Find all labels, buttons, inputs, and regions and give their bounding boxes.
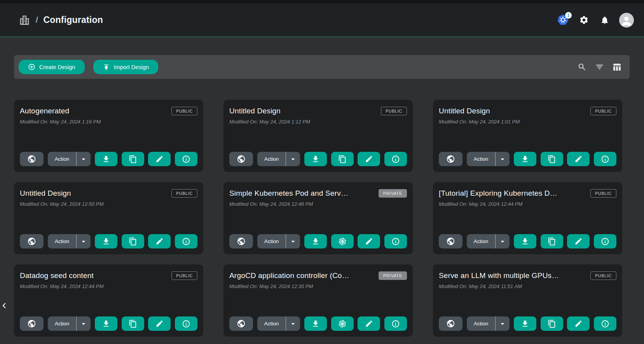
action-dropdown-button[interactable] <box>496 316 510 331</box>
action-split-button: Action <box>257 152 300 166</box>
clone-button[interactable] <box>541 152 563 166</box>
open-in-kanvas-button[interactable] <box>331 234 354 248</box>
action-dropdown-button[interactable] <box>496 152 510 166</box>
card-action-row: Action <box>20 152 197 166</box>
edit-button[interactable] <box>148 234 171 248</box>
info-button[interactable] <box>175 152 197 166</box>
card-header: Untitled Design PUBLIC <box>20 188 197 198</box>
download-button[interactable] <box>304 234 327 248</box>
profile-avatar-button[interactable] <box>619 13 634 28</box>
card-title: ArgoCD application controller (Co… <box>229 271 349 280</box>
action-button[interactable]: Action <box>48 152 77 166</box>
download-button[interactable] <box>514 316 536 331</box>
action-button[interactable]: Action <box>48 316 77 331</box>
download-button[interactable] <box>514 234 536 248</box>
info-icon <box>601 237 609 246</box>
edit-button[interactable] <box>567 316 590 331</box>
visibility-globe-button[interactable] <box>229 316 253 331</box>
download-button[interactable] <box>514 152 536 166</box>
info-button[interactable] <box>384 152 407 166</box>
action-button[interactable]: Action <box>257 152 286 166</box>
visibility-globe-button[interactable] <box>439 152 462 166</box>
info-button[interactable] <box>175 234 197 248</box>
clone-button[interactable] <box>122 316 144 331</box>
edit-button[interactable] <box>567 234 590 248</box>
context-count-badge: 1 <box>565 12 572 19</box>
search-button[interactable] <box>577 62 587 72</box>
action-button[interactable]: Action <box>467 152 496 166</box>
action-button[interactable]: Action <box>467 234 496 248</box>
clone-icon <box>129 237 137 246</box>
pencil-icon <box>574 155 583 163</box>
info-button[interactable] <box>594 234 616 248</box>
action-dropdown-button[interactable] <box>77 152 91 166</box>
clone-icon <box>548 155 556 163</box>
edit-button[interactable] <box>148 152 171 166</box>
clone-button[interactable] <box>122 152 144 166</box>
action-dropdown-button[interactable] <box>286 234 300 248</box>
toolbar-view-controls <box>577 62 622 72</box>
card-action-row: Action <box>439 234 616 248</box>
card-title: Untitled Design <box>20 188 71 198</box>
edit-button[interactable] <box>148 316 171 331</box>
edit-button[interactable] <box>567 152 590 166</box>
visibility-globe-button[interactable] <box>229 152 253 166</box>
globe-icon <box>446 319 455 328</box>
visibility-globe-button[interactable] <box>439 234 462 248</box>
download-icon <box>521 237 529 246</box>
info-button[interactable] <box>175 316 197 331</box>
edit-button[interactable] <box>358 234 380 248</box>
notifications-button[interactable] <box>598 14 611 27</box>
import-design-button[interactable]: Import Design <box>93 60 158 74</box>
download-button[interactable] <box>304 152 327 166</box>
action-dropdown-button[interactable] <box>286 316 300 331</box>
visibility-badge: PUBLIC <box>590 189 616 198</box>
clone-button[interactable] <box>541 316 563 331</box>
action-button[interactable]: Action <box>257 316 286 331</box>
person-icon <box>620 14 633 28</box>
open-in-kanvas-button[interactable] <box>331 316 354 331</box>
info-button[interactable] <box>384 316 407 331</box>
settings-button[interactable] <box>577 14 590 27</box>
download-icon <box>521 155 529 163</box>
page-title: Configuration <box>44 15 103 25</box>
publish-upload-icon <box>103 63 110 71</box>
clone-button[interactable] <box>541 234 563 248</box>
visibility-globe-button[interactable] <box>229 234 253 248</box>
visibility-globe-button[interactable] <box>20 316 44 331</box>
info-button[interactable] <box>384 234 407 248</box>
action-dropdown-button[interactable] <box>77 316 91 331</box>
collapse-sidebar-button[interactable] <box>0 300 9 311</box>
visibility-globe-button[interactable] <box>20 234 44 248</box>
import-design-label: Import Design <box>114 64 149 70</box>
card-modified-timestamp: Modified On: May 24, 2024 12:50 PM <box>20 201 197 207</box>
action-dropdown-button[interactable] <box>77 234 91 248</box>
kubernetes-context-button[interactable]: 1 <box>556 14 569 27</box>
edit-button[interactable] <box>358 152 380 166</box>
clone-button[interactable] <box>331 152 354 166</box>
info-button[interactable] <box>594 152 616 166</box>
action-button[interactable]: Action <box>257 234 286 248</box>
pencil-icon <box>365 237 373 245</box>
visibility-globe-button[interactable] <box>439 316 462 331</box>
action-dropdown-button[interactable] <box>496 234 510 248</box>
clone-button[interactable] <box>122 234 144 248</box>
table-view-button[interactable] <box>612 62 622 72</box>
organization-building-icon <box>19 14 30 26</box>
globe-icon <box>237 237 246 246</box>
filter-button[interactable] <box>594 62 604 72</box>
create-design-button[interactable]: Create Design <box>19 60 85 74</box>
download-button[interactable] <box>304 316 327 331</box>
card-action-row: Action <box>439 316 616 331</box>
download-button[interactable] <box>95 234 117 248</box>
download-button[interactable] <box>95 152 117 166</box>
info-button[interactable] <box>594 316 616 331</box>
download-button[interactable] <box>95 316 117 331</box>
chevron-down-icon <box>79 320 88 328</box>
edit-button[interactable] <box>358 316 380 331</box>
visibility-globe-button[interactable] <box>20 152 44 166</box>
action-button[interactable]: Action <box>467 316 496 331</box>
action-button[interactable]: Action <box>48 234 77 248</box>
meshery-swirl-icon <box>338 319 347 328</box>
action-dropdown-button[interactable] <box>286 152 300 166</box>
